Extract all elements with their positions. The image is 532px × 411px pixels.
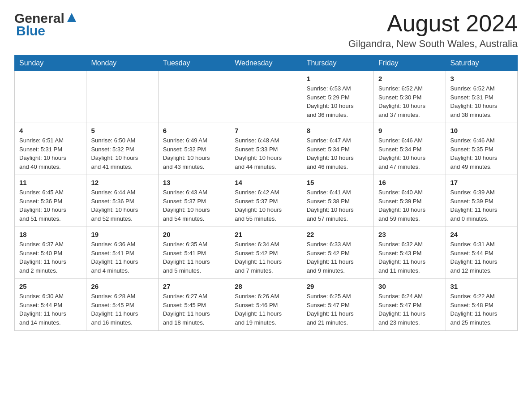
calendar-cell: 23Sunrise: 6:32 AM Sunset: 5:43 PM Dayli…: [374, 227, 446, 279]
calendar-header-row: SundayMondayTuesdayWednesdayThursdayFrid…: [15, 56, 518, 71]
day-header-thursday: Thursday: [302, 56, 373, 71]
calendar-cell: 17Sunrise: 6:39 AM Sunset: 5:39 PM Dayli…: [446, 175, 517, 227]
calendar-week-3: 11Sunrise: 6:45 AM Sunset: 5:36 PM Dayli…: [15, 175, 518, 227]
day-sun-info: Sunrise: 6:26 AM Sunset: 5:46 PM Dayligh…: [235, 292, 297, 327]
day-number: 18: [19, 231, 82, 238]
calendar-table: SundayMondayTuesdayWednesdayThursdayFrid…: [14, 55, 518, 331]
day-number: 15: [307, 179, 369, 186]
day-sun-info: Sunrise: 6:53 AM Sunset: 5:29 PM Dayligh…: [307, 84, 369, 119]
day-sun-info: Sunrise: 6:43 AM Sunset: 5:37 PM Dayligh…: [163, 188, 225, 223]
page-header: General Blue August 2024 Gilgandra, New …: [14, 11, 518, 50]
day-sun-info: Sunrise: 6:49 AM Sunset: 5:32 PM Dayligh…: [163, 136, 225, 171]
day-sun-info: Sunrise: 6:33 AM Sunset: 5:42 PM Dayligh…: [307, 240, 369, 275]
day-number: 4: [19, 127, 82, 134]
day-sun-info: Sunrise: 6:51 AM Sunset: 5:31 PM Dayligh…: [19, 136, 82, 171]
calendar-cell: 20Sunrise: 6:35 AM Sunset: 5:41 PM Dayli…: [158, 227, 230, 279]
calendar-cell: 21Sunrise: 6:34 AM Sunset: 5:42 PM Dayli…: [230, 227, 302, 279]
logo-blue-text: Blue: [16, 23, 45, 38]
month-year-title: August 2024: [348, 11, 518, 36]
calendar-week-5: 25Sunrise: 6:30 AM Sunset: 5:44 PM Dayli…: [15, 279, 518, 331]
day-sun-info: Sunrise: 6:52 AM Sunset: 5:31 PM Dayligh…: [450, 84, 513, 119]
day-number: 22: [307, 231, 369, 238]
calendar-cell: 1Sunrise: 6:53 AM Sunset: 5:29 PM Daylig…: [302, 71, 373, 123]
calendar-cell: 30Sunrise: 6:24 AM Sunset: 5:47 PM Dayli…: [374, 279, 446, 331]
day-sun-info: Sunrise: 6:41 AM Sunset: 5:38 PM Dayligh…: [307, 188, 369, 223]
day-sun-info: Sunrise: 6:45 AM Sunset: 5:36 PM Dayligh…: [19, 188, 82, 223]
day-number: 10: [450, 127, 513, 134]
calendar-cell: 7Sunrise: 6:48 AM Sunset: 5:33 PM Daylig…: [230, 123, 302, 175]
day-number: 7: [235, 127, 297, 134]
day-sun-info: Sunrise: 6:30 AM Sunset: 5:44 PM Dayligh…: [19, 292, 82, 327]
calendar-week-4: 18Sunrise: 6:37 AM Sunset: 5:40 PM Dayli…: [15, 227, 518, 279]
day-number: 26: [91, 283, 153, 290]
day-number: 8: [307, 127, 369, 134]
day-sun-info: Sunrise: 6:22 AM Sunset: 5:48 PM Dayligh…: [450, 292, 513, 327]
calendar-cell: 25Sunrise: 6:30 AM Sunset: 5:44 PM Dayli…: [15, 279, 86, 331]
day-header-wednesday: Wednesday: [230, 56, 302, 71]
svg-marker-0: [67, 13, 76, 22]
calendar-cell: 9Sunrise: 6:46 AM Sunset: 5:34 PM Daylig…: [374, 123, 446, 175]
day-number: 20: [163, 231, 225, 238]
day-number: 17: [450, 179, 513, 186]
day-sun-info: Sunrise: 6:39 AM Sunset: 5:39 PM Dayligh…: [450, 188, 513, 223]
day-number: 12: [91, 179, 153, 186]
calendar-cell: 2Sunrise: 6:52 AM Sunset: 5:30 PM Daylig…: [374, 71, 446, 123]
calendar-cell: 31Sunrise: 6:22 AM Sunset: 5:48 PM Dayli…: [446, 279, 517, 331]
day-number: 13: [163, 179, 225, 186]
calendar-cell: 18Sunrise: 6:37 AM Sunset: 5:40 PM Dayli…: [15, 227, 86, 279]
day-sun-info: Sunrise: 6:25 AM Sunset: 5:47 PM Dayligh…: [307, 292, 369, 327]
calendar-cell: 5Sunrise: 6:50 AM Sunset: 5:32 PM Daylig…: [86, 123, 158, 175]
day-sun-info: Sunrise: 6:27 AM Sunset: 5:45 PM Dayligh…: [163, 292, 225, 327]
calendar-cell: 15Sunrise: 6:41 AM Sunset: 5:38 PM Dayli…: [302, 175, 373, 227]
day-sun-info: Sunrise: 6:50 AM Sunset: 5:32 PM Dayligh…: [91, 136, 153, 171]
day-sun-info: Sunrise: 6:47 AM Sunset: 5:34 PM Dayligh…: [307, 136, 369, 171]
calendar-cell: 3Sunrise: 6:52 AM Sunset: 5:31 PM Daylig…: [446, 71, 517, 123]
calendar-cell: 4Sunrise: 6:51 AM Sunset: 5:31 PM Daylig…: [15, 123, 86, 175]
calendar-cell: 26Sunrise: 6:28 AM Sunset: 5:45 PM Dayli…: [86, 279, 158, 331]
logo-icon: [65, 11, 78, 24]
logo: General Blue: [14, 11, 78, 39]
day-number: 6: [163, 127, 225, 134]
day-sun-info: Sunrise: 6:28 AM Sunset: 5:45 PM Dayligh…: [91, 292, 153, 327]
day-sun-info: Sunrise: 6:52 AM Sunset: 5:30 PM Dayligh…: [378, 84, 441, 119]
day-number: 19: [91, 231, 153, 238]
day-number: 11: [19, 179, 82, 186]
day-sun-info: Sunrise: 6:24 AM Sunset: 5:47 PM Dayligh…: [378, 292, 441, 327]
calendar-cell: [158, 71, 230, 123]
calendar-cell: [230, 71, 302, 123]
calendar-cell: 16Sunrise: 6:40 AM Sunset: 5:39 PM Dayli…: [374, 175, 446, 227]
day-header-friday: Friday: [374, 56, 446, 71]
day-number: 24: [450, 231, 513, 238]
day-sun-info: Sunrise: 6:37 AM Sunset: 5:40 PM Dayligh…: [19, 240, 82, 275]
calendar-cell: 11Sunrise: 6:45 AM Sunset: 5:36 PM Dayli…: [15, 175, 86, 227]
day-number: 27: [163, 283, 225, 290]
day-header-saturday: Saturday: [446, 56, 517, 71]
calendar-cell: 8Sunrise: 6:47 AM Sunset: 5:34 PM Daylig…: [302, 123, 373, 175]
day-header-tuesday: Tuesday: [158, 56, 230, 71]
calendar-week-1: 1Sunrise: 6:53 AM Sunset: 5:29 PM Daylig…: [15, 71, 518, 123]
day-sun-info: Sunrise: 6:35 AM Sunset: 5:41 PM Dayligh…: [163, 240, 225, 275]
day-header-monday: Monday: [86, 56, 158, 71]
calendar-cell: [86, 71, 158, 123]
day-sun-info: Sunrise: 6:44 AM Sunset: 5:36 PM Dayligh…: [91, 188, 153, 223]
calendar-cell: 22Sunrise: 6:33 AM Sunset: 5:42 PM Dayli…: [302, 227, 373, 279]
calendar-cell: 27Sunrise: 6:27 AM Sunset: 5:45 PM Dayli…: [158, 279, 230, 331]
day-number: 3: [450, 75, 513, 82]
calendar-cell: [15, 71, 86, 123]
day-number: 25: [19, 283, 82, 290]
calendar-cell: 14Sunrise: 6:42 AM Sunset: 5:37 PM Dayli…: [230, 175, 302, 227]
calendar-cell: 28Sunrise: 6:26 AM Sunset: 5:46 PM Dayli…: [230, 279, 302, 331]
calendar-cell: 19Sunrise: 6:36 AM Sunset: 5:41 PM Dayli…: [86, 227, 158, 279]
calendar-cell: 6Sunrise: 6:49 AM Sunset: 5:32 PM Daylig…: [158, 123, 230, 175]
title-block: August 2024 Gilgandra, New South Wales, …: [348, 11, 518, 50]
day-sun-info: Sunrise: 6:36 AM Sunset: 5:41 PM Dayligh…: [91, 240, 153, 275]
day-number: 1: [307, 75, 369, 82]
location-subtitle: Gilgandra, New South Wales, Australia: [348, 38, 518, 50]
day-header-sunday: Sunday: [15, 56, 86, 71]
calendar-week-2: 4Sunrise: 6:51 AM Sunset: 5:31 PM Daylig…: [15, 123, 518, 175]
day-number: 23: [378, 231, 441, 238]
day-number: 31: [450, 283, 513, 290]
day-number: 28: [235, 283, 297, 290]
day-number: 30: [378, 283, 441, 290]
calendar-cell: 29Sunrise: 6:25 AM Sunset: 5:47 PM Dayli…: [302, 279, 373, 331]
